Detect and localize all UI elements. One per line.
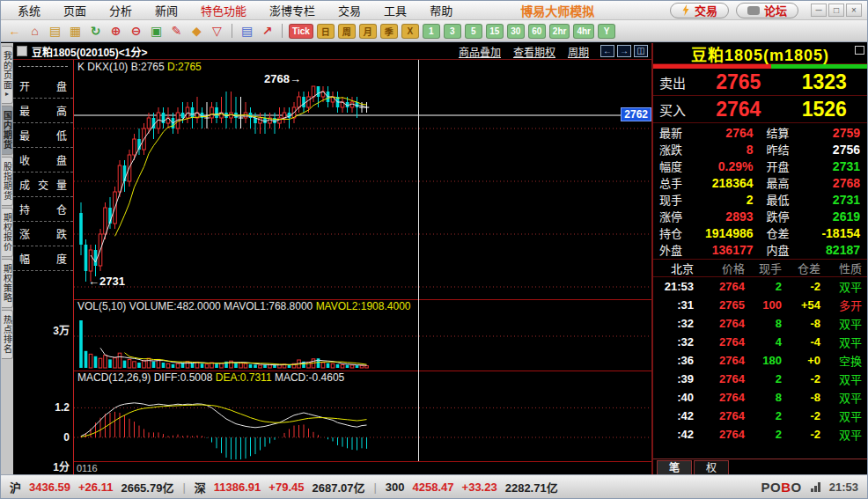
period-button-5[interactable]: 5 <box>465 24 482 39</box>
legend-row-最低: 最低 <box>13 123 73 148</box>
close-button[interactable]: × <box>846 4 862 17</box>
macd-pane[interactable]: MACD(12,26,9) DIFF:0.5008 DEA:0.7311 MAC… <box>74 371 651 461</box>
period-button-15[interactable]: 15 <box>486 24 504 39</box>
quote-title-bar: 豆粕1805(m1805) <box>653 43 867 64</box>
period-button-4hr[interactable]: 4hr <box>573 24 594 39</box>
sidebar-tab-6[interactable]: 热点排名 <box>2 310 13 359</box>
menu-item-2[interactable]: 页面 <box>63 2 86 18</box>
sidebar-tab-1[interactable]: 我的页面▸ <box>2 46 13 104</box>
menu-item-3[interactable]: 分析 <box>109 2 132 18</box>
pages-icon[interactable]: ▤ <box>46 23 64 40</box>
chart-symbol-title: 豆粕1805(020105)<1分> <box>32 44 147 59</box>
low-annotation: ←2731 <box>88 275 125 288</box>
index-segment-3: 3004258.47+33.232282.71亿 <box>386 479 558 495</box>
period-button-y[interactable]: Y <box>598 24 615 39</box>
period-button-3[interactable]: 3 <box>444 24 461 39</box>
menu-item-8[interactable]: 工具 <box>384 2 407 18</box>
menu-item-9[interactable]: 帮助 <box>430 2 452 18</box>
index-segment-2: 深11386.91+79.452687.07亿 <box>195 479 365 495</box>
macd-indicator-label: MACD(12,26,9) DIFF:0.5008 DEA:0.7311 MAC… <box>74 371 651 383</box>
signal-strength-icon <box>811 481 820 492</box>
macd-svg <box>74 383 651 461</box>
stat-row: 总手218364最高2768 <box>653 174 867 191</box>
stat-row: 外盘136177内盘82187 <box>653 241 867 258</box>
tape-row: :4227642-2双平 <box>653 425 867 444</box>
back-icon[interactable]: ← <box>5 23 24 40</box>
menu-item-4[interactable]: 新闻 <box>155 2 178 18</box>
legend-row-收盘: 收盘 <box>13 148 73 172</box>
menu-item-5[interactable]: 特色功能 <box>201 2 246 18</box>
zoom-in-icon[interactable]: ⊕ <box>107 23 125 40</box>
restore-icon[interactable] <box>855 46 864 55</box>
split-window-icon[interactable]: ◫ <box>634 45 648 57</box>
period-button-60[interactable]: 60 <box>528 24 546 39</box>
period-button-x[interactable]: X <box>401 24 419 39</box>
volume-indicator-label: VOL(5,10) VOLUME:482.0000 MAVOL1:768.800… <box>74 300 651 312</box>
quote-table-icon[interactable]: ▤ <box>238 23 256 40</box>
period-button-周[interactable]: 周 <box>338 24 356 39</box>
trend-chart-icon[interactable]: ↗ <box>258 23 276 40</box>
sidebar-tab-4[interactable]: 期权报价 <box>2 208 13 257</box>
toolbar-separator <box>282 24 283 38</box>
chart-link-2[interactable]: 查看期权 <box>513 44 555 59</box>
legend-row-持仓: 持仓 <box>13 197 73 222</box>
period-button-1[interactable]: 1 <box>423 24 440 39</box>
speech-bubble-icon <box>747 6 760 15</box>
period-button-tick[interactable]: Tick <box>289 24 313 39</box>
tape-tab-权[interactable]: 权 <box>694 460 729 474</box>
refresh-icon[interactable]: ↻ <box>86 23 105 40</box>
quote-stats: 最新2764结算2759涨跌8昨结2756幅度0.29%开盘2731总手2183… <box>653 123 867 260</box>
bid-row[interactable]: 买入 2764 1526 <box>653 96 867 123</box>
pobo-logo: POBO <box>761 480 802 495</box>
volume-svg <box>74 312 651 371</box>
volume-pane[interactable]: VOL(5,10) VOLUME:482.0000 MAVOL1:768.800… <box>74 299 651 371</box>
ask-row[interactable]: 卖出 2765 1323 <box>653 69 867 96</box>
period-button-2hr[interactable]: 2hr <box>549 24 570 39</box>
ask-price: 2765 <box>695 70 782 94</box>
period-button-30[interactable]: 30 <box>507 24 525 39</box>
period-button-日[interactable]: 日 <box>317 24 335 39</box>
status-clock: 21:53 <box>829 481 858 494</box>
menu-item-1[interactable]: 系统 <box>18 2 40 18</box>
stat-row: 持仓1914986仓差-18154 <box>653 224 867 241</box>
tape-row: :4027648-8双平 <box>653 388 867 407</box>
trade-button[interactable]: 交易 <box>670 3 729 18</box>
chart-panel: 豆粕1805(020105)<1分> 商品叠加查看期权周期 ←→◫ 开盘最高最低… <box>13 43 652 474</box>
forum-button[interactable]: 论坛 <box>736 3 798 18</box>
sidebar-tab-5[interactable]: 期权策略 <box>2 259 13 308</box>
filter-icon[interactable]: ▽ <box>208 23 226 40</box>
tape-tabs: 笔权 <box>653 459 867 474</box>
zoom-out-icon[interactable]: ⊖ <box>127 23 145 40</box>
sidebar-tab-2[interactable]: 国内期货 <box>2 106 13 155</box>
stat-row: 涨停2893跌停2619 <box>653 208 867 224</box>
legend-row-涨跌: 涨跌 <box>13 222 73 246</box>
chart-link-1[interactable]: 商品叠加 <box>459 44 501 59</box>
period-button-月[interactable]: 月 <box>359 24 377 39</box>
period-button-季[interactable]: 季 <box>380 24 398 39</box>
menu-item-7[interactable]: 交易 <box>338 2 361 18</box>
maximize-button[interactable]: □ <box>828 4 844 17</box>
chart-window-icon[interactable] <box>17 46 27 56</box>
kline-pane[interactable]: K DKX(10) B:2765 D:2765 2768→ ←2731 2762 <box>74 60 651 299</box>
home-icon[interactable]: ⌂ <box>26 23 44 40</box>
tape-tab-笔[interactable]: 笔 <box>657 460 692 474</box>
chart-link-3[interactable]: 周期 <box>568 44 589 59</box>
volume-axis-label: 3万 <box>53 322 70 337</box>
legend-row-幅度: 幅度 <box>13 246 73 271</box>
current-price-tag: 2762 <box>621 107 651 121</box>
legend-row-成交量: 成交量 <box>13 172 73 197</box>
lightning-icon <box>681 4 690 16</box>
prev-chart-icon[interactable]: ← <box>600 45 614 57</box>
menu-item-6[interactable]: 澎博专栏 <box>269 2 315 18</box>
overlay-icon[interactable]: ▣ <box>147 23 166 40</box>
legend-row-最高: 最高 <box>13 99 73 123</box>
draw-icon[interactable]: ✎ <box>167 23 186 40</box>
menu-bar: 系统页面分析新闻特色功能澎博专栏交易工具帮助 博易大师模拟 交易 论坛 ─□× <box>1 1 867 20</box>
tape-row: :3927642-2双平 <box>653 370 867 388</box>
next-chart-icon[interactable]: → <box>617 45 631 57</box>
sidebar-tab-3[interactable]: 股指期货 <box>2 157 13 206</box>
chart-plot-area[interactable]: K DKX(10) B:2765 D:2765 2768→ ←2731 2762… <box>74 60 651 474</box>
alert-icon[interactable]: ◆ <box>188 23 206 40</box>
minimize-button[interactable]: ─ <box>811 4 827 17</box>
calendar-icon[interactable]: ▦ <box>66 23 85 40</box>
